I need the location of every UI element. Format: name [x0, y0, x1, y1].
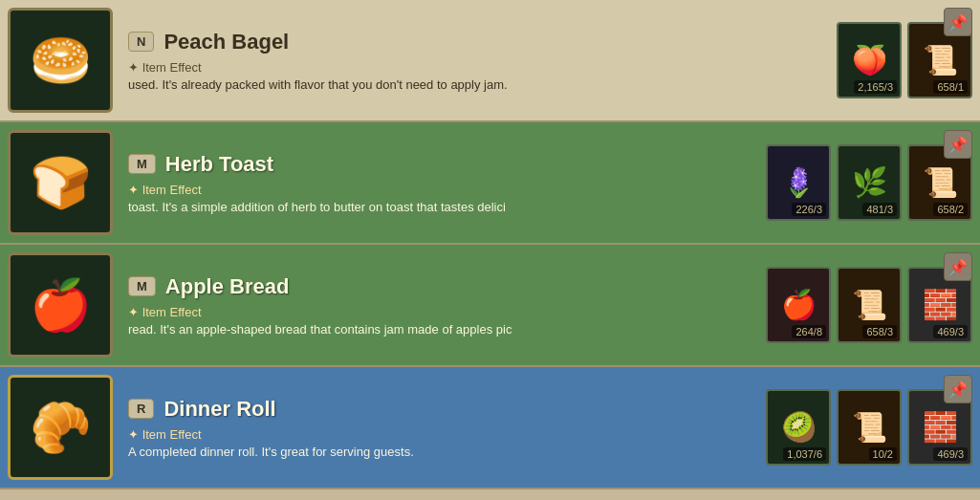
- item-emoji-apple-bread: 🍎: [30, 276, 92, 335]
- ingredient-box-kiwi: 🥝1,037/6: [766, 389, 831, 466]
- item-icon-peach-bagel: 🥯: [8, 8, 113, 113]
- ingredient-emoji-fruit: 🍑: [852, 43, 887, 76]
- ingredient-emoji-stone: 🧱: [923, 288, 958, 321]
- ingredient-count-stone: 469/3: [933, 447, 968, 461]
- item-icon-apple-bread: 🍎: [8, 252, 113, 358]
- item-header-dinner-roll: RDinner Roll: [128, 397, 762, 422]
- ingredient-emoji-kiwi: 🥝: [781, 410, 817, 444]
- ingredient-emoji-scroll: 📜: [852, 288, 887, 321]
- ingredient-emoji-scroll: 📜: [923, 43, 958, 76]
- ingredient-count-scroll: 658/3: [862, 325, 897, 338]
- pin-button-peach-bagel[interactable]: 📌: [944, 8, 972, 36]
- rarity-badge-dinner-roll: R: [128, 399, 154, 419]
- rarity-badge-herb-toast: M: [128, 154, 156, 174]
- ingredient-box-fruit: 🍑2,165/3: [837, 22, 902, 98]
- item-name-dinner-roll: Dinner Roll: [163, 397, 275, 422]
- item-main-peach-bagel: NPeach BagelItem Effectused. It's alread…: [120, 0, 837, 120]
- item-description-herb-toast: toast. It's a simple addition of herb to…: [128, 200, 762, 214]
- ingredient-emoji-herb2: 🌿: [852, 165, 887, 199]
- item-header-apple-bread: MApple Bread: [128, 274, 762, 299]
- pin-button-apple-bread[interactable]: 📌: [944, 252, 972, 281]
- ingredient-count-fruit: 2,165/3: [854, 80, 897, 94]
- ingredient-count-apple: 264/8: [792, 325, 826, 338]
- ingredient-emoji-herb: 🪻: [781, 165, 817, 199]
- ingredient-box-herb2: 🌿481/3: [837, 144, 902, 221]
- item-header-herb-toast: MHerb Toast: [128, 152, 762, 177]
- item-row-apple-bread: 🍎MApple BreadItem Effectread. It's an ap…: [0, 245, 980, 367]
- item-name-herb-toast: Herb Toast: [165, 152, 273, 177]
- effect-label-peach-bagel: Item Effect: [128, 60, 833, 75]
- item-row-herb-toast: 🍞MHerb ToastItem Effecttoast. It's a sim…: [0, 122, 980, 245]
- ingredient-box-scroll: 📜10/2: [837, 389, 902, 466]
- item-row-peach-bagel: 🥯NPeach BagelItem Effectused. It's alrea…: [0, 0, 980, 122]
- ingredient-count-scroll: 658/2: [933, 203, 968, 216]
- item-name-peach-bagel: Peach Bagel: [163, 30, 289, 54]
- item-main-apple-bread: MApple BreadItem Effectread. It's an app…: [120, 245, 766, 365]
- ingredient-emoji-scroll: 📜: [923, 165, 958, 199]
- item-list: 🥯NPeach BagelItem Effectused. It's alrea…: [0, 0, 980, 489]
- ingredient-count-kiwi: 1,037/6: [783, 447, 826, 461]
- ingredient-emoji-scroll: 📜: [852, 410, 887, 444]
- pin-button-herb-toast[interactable]: 📌: [944, 130, 972, 159]
- ingredient-box-scroll: 📜658/3: [837, 267, 902, 343]
- item-main-herb-toast: MHerb ToastItem Effecttoast. It's a simp…: [120, 122, 766, 243]
- rarity-badge-peach-bagel: N: [128, 32, 154, 52]
- effect-label-apple-bread: Item Effect: [128, 305, 762, 319]
- ingredient-emoji-apple: 🍎: [781, 288, 817, 321]
- item-header-peach-bagel: NPeach Bagel: [128, 30, 833, 54]
- item-emoji-herb-toast: 🍞: [30, 154, 92, 212]
- item-main-dinner-roll: RDinner RollItem EffectA completed dinne…: [120, 367, 766, 488]
- ingredient-emoji-stone: 🧱: [923, 410, 958, 444]
- ingredient-count-stone: 469/3: [933, 325, 968, 338]
- rarity-badge-apple-bread: M: [128, 276, 156, 296]
- item-name-apple-bread: Apple Bread: [165, 274, 290, 299]
- item-icon-dinner-roll: 🥐: [8, 375, 113, 480]
- ingredient-count-scroll: 10/2: [869, 447, 897, 461]
- ingredient-count-herb2: 481/3: [862, 203, 897, 216]
- ingredient-count-scroll: 658/1: [933, 80, 968, 94]
- ingredient-count-herb: 226/3: [792, 203, 826, 216]
- item-emoji-peach-bagel: 🥯: [30, 32, 92, 90]
- effect-label-dinner-roll: Item Effect: [128, 427, 762, 442]
- effect-label-herb-toast: Item Effect: [128, 183, 762, 197]
- pin-button-dinner-roll[interactable]: 📌: [944, 375, 972, 403]
- ingredient-box-apple: 🍎264/8: [766, 267, 831, 343]
- item-description-apple-bread: read. It's an apple-shaped bread that co…: [128, 322, 762, 337]
- item-description-dinner-roll: A completed dinner roll. It's great for …: [128, 445, 762, 459]
- item-row-dinner-roll: 🥐RDinner RollItem EffectA completed dinn…: [0, 367, 980, 489]
- item-icon-herb-toast: 🍞: [8, 130, 113, 235]
- item-emoji-dinner-roll: 🥐: [30, 399, 92, 457]
- ingredient-box-herb: 🪻226/3: [766, 144, 831, 221]
- item-description-peach-bagel: used. It's already packed with flavor th…: [128, 77, 833, 92]
